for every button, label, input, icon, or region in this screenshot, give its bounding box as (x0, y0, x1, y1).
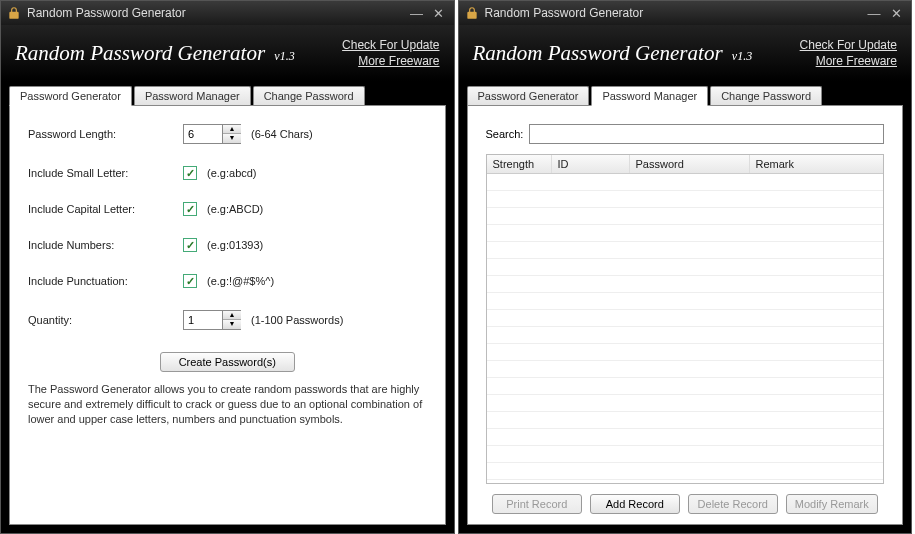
table-row[interactable] (487, 293, 884, 310)
tab-password-manager[interactable]: Password Manager (134, 86, 251, 106)
col-strength[interactable]: Strength (487, 155, 552, 173)
check-update-link[interactable]: Check For Update (800, 37, 897, 53)
app-version: v1.3 (274, 49, 294, 63)
qty-step-up[interactable]: ▲ (223, 311, 241, 320)
lock-icon (7, 6, 21, 20)
app-title: Random Password Generator v1.3 (473, 41, 800, 66)
numbers-hint: (e.g:01393) (207, 239, 263, 251)
window-manager: Random Password Generator — ✕ Random Pas… (458, 0, 913, 534)
row-numbers: Include Numbers: (e.g:01393) (28, 238, 427, 252)
app-title: Random Password Generator v1.3 (15, 41, 342, 66)
small-checkbox[interactable] (183, 166, 197, 180)
titlebar: Random Password Generator — ✕ (1, 1, 454, 25)
window-title: Random Password Generator (485, 6, 862, 20)
table-row[interactable] (487, 225, 884, 242)
tab-change-password[interactable]: Change Password (710, 86, 822, 106)
table-row[interactable] (487, 412, 884, 429)
lock-icon (465, 6, 479, 20)
length-label: Password Length: (28, 128, 183, 140)
table-row[interactable] (487, 344, 884, 361)
generator-panel: Password Length: ▲ ▼ (6-64 Chars) Includ… (9, 105, 446, 525)
tab-password-generator[interactable]: Password Generator (467, 86, 590, 106)
table-row[interactable] (487, 361, 884, 378)
delete-record-button[interactable]: Delete Record (688, 494, 778, 514)
qty-step-down[interactable]: ▼ (223, 320, 241, 329)
qty-stepper[interactable]: ▲ ▼ (183, 310, 241, 330)
app-header: Random Password Generator v1.3 Check For… (1, 25, 454, 81)
row-capital: Include Capital Letter: (e.g:ABCD) (28, 202, 427, 216)
tab-password-generator[interactable]: Password Generator (9, 86, 132, 106)
table-row[interactable] (487, 310, 884, 327)
tab-password-manager[interactable]: Password Manager (591, 86, 708, 106)
table-row[interactable] (487, 446, 884, 463)
more-freeware-link[interactable]: More Freeware (816, 53, 897, 69)
table-row[interactable] (487, 327, 884, 344)
more-freeware-link[interactable]: More Freeware (358, 53, 439, 69)
capital-checkbox[interactable] (183, 202, 197, 216)
row-quantity: Quantity: ▲ ▼ (1-100 Passwords) (28, 310, 427, 330)
tab-change-password[interactable]: Change Password (253, 86, 365, 106)
length-step-down[interactable]: ▼ (223, 134, 241, 143)
print-record-button[interactable]: Print Record (492, 494, 582, 514)
manager-panel: Search: Strength ID Password Remark (467, 105, 904, 525)
close-button[interactable]: ✕ (887, 5, 905, 21)
table-row[interactable] (487, 463, 884, 480)
app-version: v1.3 (732, 49, 752, 63)
length-step-up[interactable]: ▲ (223, 125, 241, 134)
capital-label: Include Capital Letter: (28, 203, 183, 215)
length-hint: (6-64 Chars) (251, 128, 313, 140)
table-row[interactable] (487, 378, 884, 395)
table-row[interactable] (487, 395, 884, 412)
numbers-checkbox[interactable] (183, 238, 197, 252)
header-links: Check For Update More Freeware (800, 37, 897, 69)
create-password-button[interactable]: Create Password(s) (160, 352, 295, 372)
qty-label: Quantity: (28, 314, 183, 326)
col-id[interactable]: ID (552, 155, 630, 173)
search-row: Search: (486, 124, 885, 144)
tab-bar: Password Generator Password Manager Chan… (459, 81, 912, 105)
table-row[interactable] (487, 276, 884, 293)
header-links: Check For Update More Freeware (342, 37, 439, 69)
numbers-label: Include Numbers: (28, 239, 183, 251)
app-title-text: Random Password Generator (473, 41, 723, 65)
button-row: Print Record Add Record Delete Record Mo… (486, 494, 885, 514)
small-hint: (e.g:abcd) (207, 167, 257, 179)
app-header: Random Password Generator v1.3 Check For… (459, 25, 912, 81)
titlebar: Random Password Generator — ✕ (459, 1, 912, 25)
minimize-button[interactable]: — (865, 5, 883, 21)
table-header: Strength ID Password Remark (487, 155, 884, 174)
capital-hint: (e.g:ABCD) (207, 203, 263, 215)
description-text: The Password Generator allows you to cre… (28, 382, 427, 427)
punct-hint: (e.g:!@#$%^) (207, 275, 274, 287)
table-row[interactable] (487, 242, 884, 259)
table-row[interactable] (487, 174, 884, 191)
app-title-text: Random Password Generator (15, 41, 265, 65)
close-button[interactable]: ✕ (430, 5, 448, 21)
qty-hint: (1-100 Passwords) (251, 314, 343, 326)
records-table: Strength ID Password Remark (486, 154, 885, 484)
row-punctuation: Include Punctuation: (e.g:!@#$%^) (28, 274, 427, 288)
length-stepper[interactable]: ▲ ▼ (183, 124, 241, 144)
col-remark[interactable]: Remark (750, 155, 884, 173)
table-row[interactable] (487, 429, 884, 446)
modify-remark-button[interactable]: Modify Remark (786, 494, 878, 514)
punct-checkbox[interactable] (183, 274, 197, 288)
table-body[interactable] (487, 174, 884, 480)
row-small: Include Small Letter: (e.g:abcd) (28, 166, 427, 180)
col-password[interactable]: Password (630, 155, 750, 173)
length-input[interactable] (184, 125, 222, 143)
table-row[interactable] (487, 191, 884, 208)
table-row[interactable] (487, 259, 884, 276)
window-title: Random Password Generator (27, 6, 404, 20)
check-update-link[interactable]: Check For Update (342, 37, 439, 53)
search-input[interactable] (529, 124, 884, 144)
row-length: Password Length: ▲ ▼ (6-64 Chars) (28, 124, 427, 144)
minimize-button[interactable]: — (408, 5, 426, 21)
tab-bar: Password Generator Password Manager Chan… (1, 81, 454, 105)
table-row[interactable] (487, 208, 884, 225)
small-label: Include Small Letter: (28, 167, 183, 179)
window-generator: Random Password Generator — ✕ Random Pas… (0, 0, 455, 534)
qty-input[interactable] (184, 311, 222, 329)
search-label: Search: (486, 128, 524, 140)
add-record-button[interactable]: Add Record (590, 494, 680, 514)
